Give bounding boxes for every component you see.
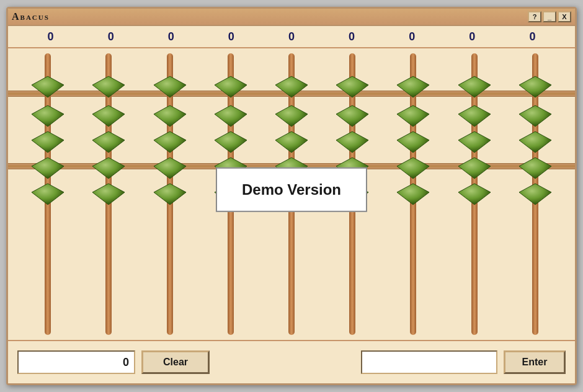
svg-marker-39: [458, 184, 491, 205]
bead-bot-4-0[interactable]: [273, 103, 310, 129]
svg-marker-16: [215, 105, 247, 127]
col-value-6: 0: [393, 30, 430, 43]
svg-marker-30: [397, 76, 429, 97]
bead-bot-1-1[interactable]: [90, 129, 127, 155]
svg-marker-42: [519, 131, 551, 153]
svg-marker-43: [519, 158, 551, 179]
bead-bot-1-3[interactable]: [90, 181, 127, 207]
bead-bot-8-2[interactable]: [517, 155, 554, 181]
svg-marker-22: [275, 131, 308, 153]
top-section-4: [273, 53, 310, 100]
bead-bot-1-2[interactable]: [90, 155, 127, 181]
help-button[interactable]: ?: [528, 11, 541, 22]
bead-bot-8-1[interactable]: [517, 129, 554, 155]
top-section-8: [517, 53, 554, 100]
top-section-2: [151, 53, 189, 100]
title-buttons: ? _ X: [528, 11, 571, 22]
bottom-section-0: [29, 103, 66, 295]
col-value-2: 0: [153, 30, 190, 43]
bead-bot-2-2[interactable]: [151, 155, 189, 181]
bead-bot-7-2[interactable]: [456, 155, 493, 181]
svg-marker-4: [32, 184, 64, 205]
svg-marker-8: [92, 158, 125, 179]
svg-marker-15: [215, 76, 247, 97]
bead-bot-3-0[interactable]: [212, 103, 249, 129]
bead-bot-6-0[interactable]: [394, 103, 432, 129]
svg-marker-27: [336, 131, 368, 153]
value-text: 0: [123, 356, 129, 369]
bead-top-0[interactable]: [29, 74, 66, 100]
title-bar: Abacus ? _ X: [8, 9, 575, 26]
bead-bot-6-2[interactable]: [394, 155, 432, 181]
bead-bot-5-1[interactable]: [334, 129, 371, 155]
svg-marker-35: [458, 76, 491, 97]
svg-marker-14: [154, 184, 186, 205]
demo-overlay: Demo Version: [216, 167, 367, 212]
bead-bot-4-1[interactable]: [273, 129, 310, 155]
top-section-6: [394, 53, 432, 100]
svg-marker-17: [215, 131, 247, 153]
bead-top-1[interactable]: [90, 74, 127, 100]
demo-text: Demo Version: [242, 181, 341, 198]
bead-bot-6-1[interactable]: [394, 129, 432, 155]
minimize-button[interactable]: _: [543, 11, 556, 22]
svg-marker-6: [92, 105, 125, 127]
answer-input[interactable]: [361, 350, 497, 374]
col-value-5: 0: [333, 30, 370, 43]
svg-marker-40: [519, 76, 551, 97]
bead-bot-0-0[interactable]: [29, 103, 66, 129]
bead-bot-1-0[interactable]: [90, 103, 127, 129]
bottom-bar: 0 Clear Enter: [8, 341, 575, 383]
bead-bot-3-1[interactable]: [212, 129, 249, 155]
svg-marker-13: [154, 158, 186, 179]
bead-bot-2-0[interactable]: [151, 103, 189, 129]
bead-top-5[interactable]: [334, 74, 371, 100]
bead-bot-2-1[interactable]: [151, 129, 189, 155]
top-section-3: [212, 53, 249, 100]
top-section-1: [90, 53, 127, 100]
svg-marker-11: [154, 105, 186, 127]
svg-marker-25: [336, 76, 368, 97]
svg-marker-36: [458, 105, 491, 127]
bead-bot-0-2[interactable]: [29, 155, 66, 181]
bead-top-8[interactable]: [517, 74, 554, 100]
bead-bot-7-3[interactable]: [456, 181, 493, 207]
app-window: Abacus ? _ X 0 0 0 0 0 0 0 0 0 Demo Vers…: [6, 7, 577, 385]
abacus-col-8: [508, 53, 563, 335]
svg-marker-38: [458, 158, 491, 179]
col-value-3: 0: [213, 30, 250, 43]
bead-bot-0-1[interactable]: [29, 129, 66, 155]
abacus-area: Demo Version: [8, 48, 575, 341]
svg-marker-31: [397, 105, 429, 127]
bead-top-7[interactable]: [456, 74, 493, 100]
col-value-7: 0: [453, 30, 491, 43]
bead-bot-5-0[interactable]: [334, 103, 371, 129]
bottom-section-8: [517, 103, 554, 295]
svg-marker-34: [397, 184, 429, 205]
bead-bot-0-3[interactable]: [29, 181, 66, 207]
col-value-4: 0: [273, 30, 310, 43]
bead-top-4[interactable]: [273, 74, 310, 100]
bead-top-3[interactable]: [212, 74, 249, 100]
close-button[interactable]: X: [558, 11, 571, 22]
bead-top-6[interactable]: [394, 74, 432, 100]
svg-marker-20: [275, 76, 308, 97]
svg-marker-37: [458, 131, 491, 153]
bead-bot-2-3[interactable]: [151, 181, 189, 207]
bead-bot-7-0[interactable]: [456, 103, 493, 129]
bead-top-2[interactable]: [151, 74, 189, 100]
bead-bot-8-3[interactable]: [517, 181, 554, 207]
svg-marker-9: [92, 184, 125, 205]
clear-button[interactable]: Clear: [141, 350, 210, 374]
value-display: 0: [17, 350, 135, 374]
bead-bot-7-1[interactable]: [456, 129, 493, 155]
svg-marker-21: [275, 105, 308, 127]
bead-bot-8-0[interactable]: [517, 103, 554, 129]
svg-marker-2: [32, 131, 64, 153]
bottom-section-2: [151, 103, 189, 295]
bottom-section-6: [394, 103, 432, 295]
svg-marker-41: [519, 105, 551, 127]
bead-bot-6-3[interactable]: [394, 181, 432, 207]
col-value-0: 0: [32, 30, 69, 43]
enter-button[interactable]: Enter: [504, 350, 566, 374]
